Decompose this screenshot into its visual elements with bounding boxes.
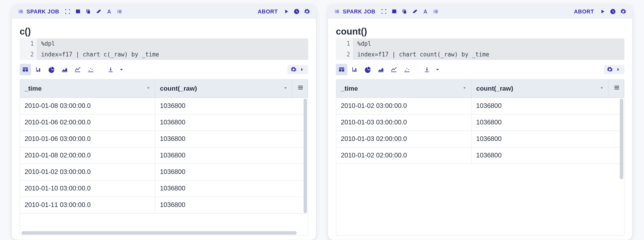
spark-icon [17, 8, 24, 15]
font-icon[interactable] [422, 8, 429, 15]
result-table: _time count(_raw) [336, 79, 624, 164]
vertical-scrollbar[interactable] [304, 99, 307, 233]
svg-point-5 [408, 69, 409, 70]
schedule-icon[interactable] [609, 8, 616, 15]
copy-icon[interactable] [85, 8, 92, 15]
cell-count: 1036800 [155, 180, 308, 197]
result-settings[interactable] [287, 65, 308, 74]
chevron-down-icon [462, 85, 467, 93]
run-icon[interactable] [283, 8, 290, 15]
result-settings[interactable] [604, 65, 624, 74]
cell-count: 1036800 [155, 114, 308, 131]
line-number: 2 [20, 49, 37, 60]
code-block[interactable]: 1 %dpl 2 index=f17 | chart count(_raw) b… [336, 38, 624, 60]
chevron-down-icon [599, 85, 604, 93]
book-icon[interactable] [75, 8, 81, 15]
app-canvas: SPARK JOB ABORT c() 1 %dpl 2 index=f17 |… [0, 0, 644, 240]
spark-job-label: SPARK JOB [17, 8, 59, 15]
viz-table-icon[interactable] [20, 64, 31, 75]
line-number: 1 [336, 38, 354, 49]
cell-time: 2010-01-11 03:00:00.0 [20, 197, 155, 214]
collapse-icon[interactable] [64, 8, 71, 15]
viz-line-icon[interactable] [72, 64, 83, 75]
column-header-time[interactable]: _time [336, 79, 471, 98]
table-row: 2010-01-11 03:00:00.01036800 [20, 197, 308, 214]
code-block[interactable]: 1 %dpl 2 index=f17 | chart c(_raw) by _t… [20, 38, 308, 60]
schedule-icon[interactable] [293, 8, 300, 15]
panel-toolbar: SPARK JOB ABORT [328, 5, 632, 18]
horizontal-scrollbar[interactable] [22, 231, 302, 235]
line-number: 1 [20, 38, 37, 49]
column-header-count[interactable]: count(_raw) [471, 79, 609, 98]
svg-point-4 [407, 68, 407, 69]
download-icon[interactable] [105, 64, 116, 75]
settings-icon[interactable] [304, 8, 310, 15]
eraser-icon[interactable] [95, 8, 102, 15]
svg-point-3 [405, 70, 406, 71]
panel-content: count() 1 %dpl 2 index=f17 | chart count… [328, 18, 632, 240]
settings-icon[interactable] [620, 8, 627, 15]
collapse-icon[interactable] [380, 8, 387, 15]
download-icon[interactable] [421, 64, 433, 75]
cell-count: 1036800 [471, 98, 624, 114]
spark-job-text: SPARK JOB [27, 8, 59, 15]
result-table-wrap: _time count(_raw) [20, 79, 308, 236]
cell-time: 2010-01-10 03:00:00.0 [20, 180, 155, 197]
column-header-count[interactable]: count(_raw) [155, 79, 292, 98]
viz-bar-icon[interactable] [33, 64, 44, 75]
table-menu-button[interactable] [609, 79, 624, 98]
viz-toolbar [336, 60, 624, 79]
viz-bar-icon[interactable] [349, 64, 360, 75]
viz-scatter-icon[interactable] [401, 64, 413, 75]
eraser-icon[interactable] [412, 8, 418, 15]
viz-area-icon[interactable] [375, 64, 387, 75]
abort-button[interactable]: ABORT [258, 8, 278, 15]
viz-line-icon[interactable] [388, 64, 400, 75]
download-caret-icon[interactable] [118, 64, 125, 75]
viz-table-icon[interactable] [336, 64, 347, 75]
svg-point-1 [90, 68, 91, 69]
cell-time: 2010-01-06 02:00:00.0 [20, 114, 155, 131]
copy-icon[interactable] [401, 8, 408, 15]
viz-pie-icon[interactable] [46, 64, 57, 75]
cell-time: 2010-01-06 03:00:00.0 [20, 131, 155, 147]
download-caret-icon[interactable] [434, 64, 441, 75]
cell-count: 1036800 [471, 131, 624, 147]
gear-icon [607, 66, 613, 73]
column-header-label: _time [341, 85, 358, 92]
spark-icon [334, 8, 340, 15]
viz-scatter-icon[interactable] [85, 64, 96, 75]
cell-count: 1036800 [155, 197, 308, 214]
cell-count: 1036800 [155, 131, 308, 147]
panel-toolbar: SPARK JOB ABORT [12, 5, 316, 18]
panel-content: c() 1 %dpl 2 index=f17 | chart c(_raw) b… [12, 18, 316, 240]
cell-title: c() [20, 26, 308, 37]
table-menu-button[interactable] [292, 79, 308, 98]
chevron-down-icon [146, 85, 151, 93]
chevron-down-icon [283, 85, 288, 93]
list-icon[interactable] [116, 8, 123, 15]
panel-right: SPARK JOB ABORT count() 1 %dpl 2 index=f… [328, 5, 632, 240]
table-row: 2010-01-06 03:00:00.01036800 [20, 131, 308, 147]
viz-area-icon[interactable] [59, 64, 70, 75]
cell-count: 1036800 [471, 147, 624, 164]
column-header-label: count(_raw) [160, 85, 197, 92]
run-icon[interactable] [599, 8, 606, 15]
table-row: 2010-01-02 03:00:00.01036800 [336, 98, 624, 114]
cell-time: 2010-01-02 02:00:00.0 [336, 147, 471, 164]
vertical-scrollbar[interactable] [620, 99, 623, 233]
code-line: %dpl [354, 38, 624, 49]
abort-button[interactable]: ABORT [574, 8, 594, 15]
column-header-time[interactable]: _time [20, 79, 155, 98]
list-icon[interactable] [432, 8, 439, 15]
table-row: 2010-01-10 03:00:00.01036800 [20, 180, 308, 197]
svg-point-2 [92, 69, 93, 70]
table-row: 2010-01-08 03:00:00.01036800 [20, 98, 308, 114]
cell-time: 2010-01-08 02:00:00.0 [20, 147, 155, 164]
book-icon[interactable] [391, 8, 398, 15]
cell-count: 1036800 [471, 114, 624, 131]
cell-title: count() [336, 26, 624, 37]
viz-pie-icon[interactable] [362, 64, 373, 75]
font-icon[interactable] [106, 8, 113, 15]
cell-time: 2010-01-02 03:00:00.0 [336, 98, 471, 114]
